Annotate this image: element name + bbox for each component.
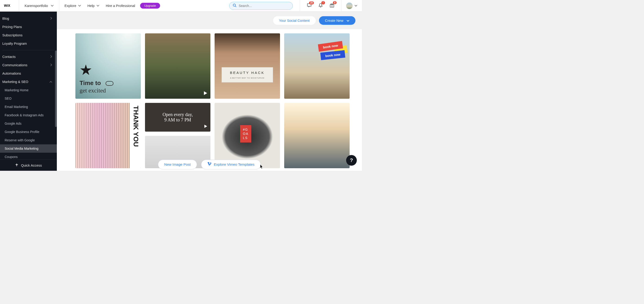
create-new-label: Create New <box>325 18 343 22</box>
tile-banner-title: BEAUTY HACK <box>224 71 270 75</box>
vimeo-icon <box>208 162 212 167</box>
tile-banner: BEAUTY HACK A BETTER WAY TO MOISTURIZE <box>222 67 273 82</box>
quick-access-button[interactable]: Quick Access <box>0 160 57 171</box>
sidebar-label: Blog <box>2 17 9 20</box>
tile-text: Time to <box>80 79 101 87</box>
chevron-right-icon <box>50 17 52 20</box>
template-grid-area: Time to get excited BEAUTY HACK A BETTER… <box>57 29 362 171</box>
chevron-down-icon <box>96 5 99 7</box>
template-tile[interactable]: book now book now <box>284 33 350 99</box>
sidebar-sub-reserve[interactable]: Reserve with Google <box>0 136 57 144</box>
template-tile[interactable]: THANK YOU <box>76 103 141 168</box>
sidebar-item-subscriptions[interactable]: Subscriptions <box>0 31 57 39</box>
svg-line-2 <box>235 6 236 7</box>
play-icon <box>204 91 207 96</box>
chevron-down-icon <box>78 5 81 7</box>
gift-badge: 8 <box>333 1 336 4</box>
explore-vimeo-label: Explore Vimeo Templates <box>214 162 254 167</box>
hire-professional-link[interactable]: Hire a Professional <box>106 4 135 8</box>
tile-text: 9 AM to 7 PM <box>164 117 191 123</box>
help-menu[interactable]: Help <box>88 4 99 8</box>
gift-icon[interactable]: 8 <box>330 3 334 8</box>
tile-text: #G OA LS <box>240 125 251 142</box>
template-tile[interactable] <box>284 103 350 168</box>
sparkle-icon <box>15 163 18 168</box>
sidebar-sub-fb-ig[interactable]: Facebook & Instagram Ads <box>0 111 57 119</box>
search-box[interactable] <box>229 2 293 10</box>
sidebar-item-loyalty[interactable]: Loyalty Program <box>0 39 57 48</box>
sidebar-label: Communications <box>2 63 27 67</box>
explore-vimeo-button[interactable]: Explore Vimeo Templates <box>201 160 261 169</box>
your-social-content-button[interactable]: Your Social Content <box>273 16 316 25</box>
svg-point-1 <box>233 4 236 6</box>
tile-banner-sub: A BETTER WAY TO MOISTURIZE <box>224 77 270 79</box>
tile-text: get excited <box>80 87 106 94</box>
quick-access-label: Quick Access <box>21 163 42 167</box>
bell-icon[interactable]: ! <box>318 3 323 8</box>
sidebar-item-communications[interactable]: Communications <box>0 61 57 69</box>
inbox-icon[interactable]: 29 <box>307 3 312 8</box>
create-new-button[interactable]: Create New <box>319 16 356 25</box>
sidebar-sub-email[interactable]: Email Marketing <box>0 103 57 111</box>
template-tile[interactable]: BEAUTY HACK A BETTER WAY TO MOISTURIZE <box>214 33 280 99</box>
sidebar: Blog Pricing Plans Subscriptions Loyalty… <box>0 11 57 171</box>
sidebar-label: Contacts <box>2 55 16 59</box>
site-name: Karensportfolio <box>24 4 48 8</box>
tile-tag: book now <box>320 50 345 60</box>
sidebar-sub-marketing-home[interactable]: Marketing Home <box>0 86 57 94</box>
new-image-post-button[interactable]: New Image Post <box>158 160 197 169</box>
tile-text: THANK YOU <box>130 103 141 168</box>
search-icon <box>233 3 236 8</box>
help-fab[interactable]: ? <box>346 155 357 166</box>
sidebar-item-pricing[interactable]: Pricing Plans <box>0 23 57 31</box>
site-selector[interactable]: Karensportfolio <box>19 0 60 11</box>
sidebar-label: Loyalty Program <box>2 42 27 45</box>
sidebar-item-marketing-seo[interactable]: Marketing & SEO <box>0 78 57 86</box>
upgrade-button[interactable]: Upgrade <box>140 3 160 8</box>
bottom-actions: New Image Post Explore Vimeo Templates <box>57 160 362 169</box>
sidebar-item-contacts[interactable]: Contacts <box>0 53 57 61</box>
sidebar-sub-google-ads[interactable]: Google Ads <box>0 119 57 128</box>
sidebar-sub-coupons[interactable]: Coupons <box>0 153 57 160</box>
sidebar-item-automations[interactable]: Automations <box>0 69 57 78</box>
chevron-down-icon <box>51 5 54 7</box>
explore-menu[interactable]: Explore <box>64 4 81 8</box>
divider <box>2 50 54 50</box>
scrollbar[interactable] <box>55 50 57 127</box>
chevron-up-icon <box>50 80 52 84</box>
top-menu: Explore Help Hire a Professional <box>60 4 135 8</box>
chevron-down-icon <box>354 5 357 7</box>
search-input[interactable] <box>239 4 289 8</box>
bell-badge: ! <box>321 1 325 4</box>
top-notifications: 29 ! 8 <box>300 0 342 11</box>
account-menu[interactable] <box>342 2 362 9</box>
template-tile[interactable]: Open every day, 9 AM to 7 PM <box>145 103 210 132</box>
tile-text: Open every day, <box>162 112 193 117</box>
avatar <box>346 2 352 9</box>
main-content: Your Social Content Create New Time to g… <box>57 11 362 171</box>
svg-text:WiX: WiX <box>4 4 10 7</box>
tile-graphic <box>76 103 130 168</box>
template-grid: Time to get excited BEAUTY HACK A BETTER… <box>76 33 348 168</box>
help-label: Help <box>88 4 95 8</box>
hire-label: Hire a Professional <box>106 4 135 8</box>
action-bar: Your Social Content Create New <box>57 11 362 29</box>
template-tile[interactable]: #G OA LS <box>214 103 280 168</box>
sidebar-item-blog[interactable]: Blog <box>0 14 57 23</box>
chevron-right-icon <box>50 63 52 67</box>
template-tile-stack: Open every day, 9 AM to 7 PM <box>145 103 210 168</box>
template-tile[interactable] <box>145 33 210 99</box>
sidebar-label: Pricing Plans <box>2 25 22 29</box>
sidebar-sub-gbp[interactable]: Google Business Profile <box>0 128 57 136</box>
sidebar-sub-seo[interactable]: SEO <box>0 94 57 103</box>
sidebar-sub-social[interactable]: Social Media Marketing <box>0 144 57 153</box>
top-bar: WiX Karensportfolio Explore Help Hire a … <box>0 0 362 11</box>
chevron-right-icon <box>50 55 52 59</box>
template-tile[interactable]: Time to get excited <box>76 33 141 99</box>
sidebar-label: Subscriptions <box>2 33 22 37</box>
chevron-down-icon <box>346 18 349 22</box>
wix-logo[interactable]: WiX <box>0 0 19 11</box>
explore-label: Explore <box>64 4 76 8</box>
play-icon <box>204 125 207 129</box>
arrow-icon <box>106 81 114 86</box>
